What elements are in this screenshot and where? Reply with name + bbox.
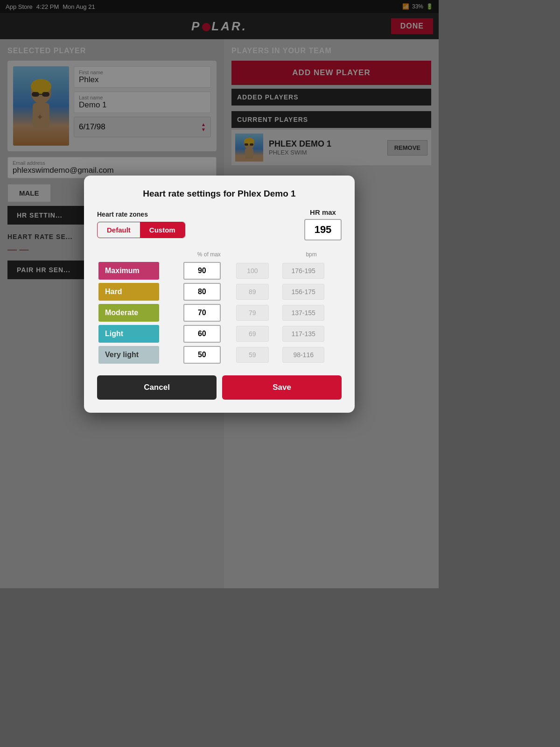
zone-pct-upper: 69 xyxy=(236,326,269,342)
zone-pct-upper: 59 xyxy=(236,347,269,363)
zone-name-cell: Very light xyxy=(98,346,159,364)
modal-buttons: Cancel Save xyxy=(97,375,342,400)
zone-name-cell: Hard xyxy=(98,283,159,301)
save-button[interactable]: Save xyxy=(222,375,342,400)
modal-top-row: Heart rate zones Default Custom HR max xyxy=(97,208,342,240)
col-bpm: bpm xyxy=(282,249,340,260)
modal-overlay[interactable]: Heart rate settings for Phlex Demo 1 Hea… xyxy=(0,0,439,588)
col-pct-upper xyxy=(236,249,281,260)
zone-pct-lower-input[interactable] xyxy=(183,262,221,280)
zone-name-cell: Light xyxy=(98,325,159,343)
table-row: Moderate 79 137-155 xyxy=(98,303,340,323)
zone-table: % of max bpm Maximum 100 176-195 Hard 89… xyxy=(97,248,342,366)
modal-title: Heart rate settings for Phlex Demo 1 xyxy=(97,189,342,199)
zone-name-cell: Maximum xyxy=(98,262,159,280)
zones-group: Heart rate zones Default Custom xyxy=(97,211,185,238)
cancel-button[interactable]: Cancel xyxy=(97,375,217,400)
zone-bpm-range: 117-135 xyxy=(282,326,324,342)
table-row: Very light 59 98-116 xyxy=(98,345,340,365)
zone-pct-upper: 79 xyxy=(236,305,269,321)
zone-bpm-range: 176-195 xyxy=(282,263,324,279)
table-row: Maximum 100 176-195 xyxy=(98,261,340,281)
tab-default[interactable]: Default xyxy=(98,222,140,238)
hrmax-input[interactable] xyxy=(304,219,342,240)
zone-bpm-range: 156-175 xyxy=(282,284,324,300)
zone-pct-lower-input[interactable] xyxy=(183,283,221,301)
table-header-row: % of max bpm xyxy=(98,249,340,260)
zone-tabs: Default Custom xyxy=(97,222,185,238)
col-pct-of-max: % of max xyxy=(183,249,235,260)
zone-pct-lower-input[interactable] xyxy=(183,325,221,343)
zone-name-cell: Moderate xyxy=(98,304,159,322)
zone-bpm-range: 137-155 xyxy=(282,305,324,321)
zone-pct-upper: 100 xyxy=(236,263,269,279)
table-row: Light 69 117-135 xyxy=(98,324,340,344)
tab-custom[interactable]: Custom xyxy=(140,222,185,238)
hrmax-label: HR max xyxy=(304,208,342,216)
hrmax-group: HR max xyxy=(304,208,342,240)
zones-label: Heart rate zones xyxy=(97,211,185,218)
zone-bpm-range: 98-116 xyxy=(282,347,324,363)
table-row: Hard 89 156-175 xyxy=(98,282,340,302)
col-zone-name xyxy=(98,249,182,260)
zone-pct-lower-input[interactable] xyxy=(183,346,221,364)
hr-settings-modal: Heart rate settings for Phlex Demo 1 Hea… xyxy=(84,176,355,413)
zone-pct-upper: 89 xyxy=(236,284,269,300)
zone-pct-lower-input[interactable] xyxy=(183,304,221,322)
